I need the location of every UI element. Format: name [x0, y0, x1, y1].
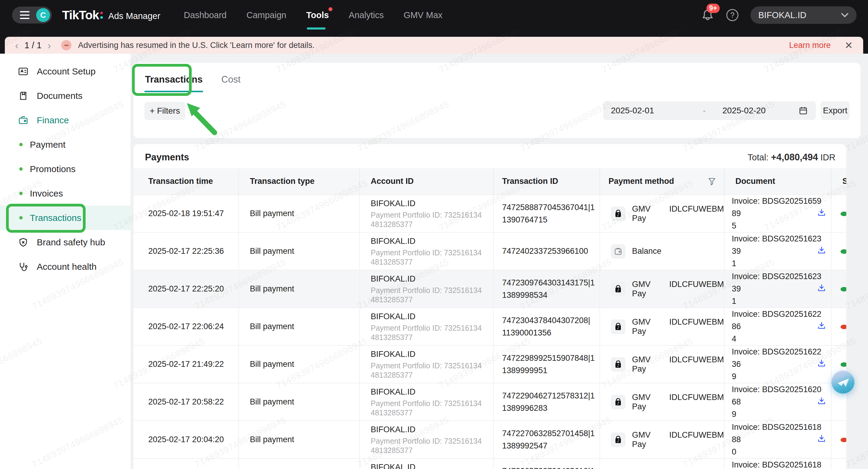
payments-card: Payments Total: +4,080,494 IDR Transacti…	[133, 144, 846, 469]
download-icon[interactable]	[817, 283, 826, 294]
tiktok-bag-icon: ♪	[611, 357, 625, 372]
filters-button[interactable]: + Filters	[144, 102, 185, 120]
table-header-row: Transaction time Transaction type Accoun…	[133, 168, 846, 195]
account-name: BIFOKAL.ID	[371, 387, 493, 397]
date-range-picker[interactable]: 2025-02-01 - 2025-02-20	[603, 101, 816, 120]
table-row[interactable]: 2025-02-17 22:25:20 Bill payment BIFOKAL…	[133, 270, 846, 308]
content-area: Account Setup Documents Finance Payment …	[0, 54, 868, 469]
total-amount: Total: +4,080,494 IDR	[748, 152, 835, 163]
payment-method-code: IDLCFUWEBM	[670, 468, 724, 469]
payment-method-code: IDLCFUWEBM	[670, 205, 724, 223]
tab-cost[interactable]: Cost	[221, 74, 241, 92]
hamburger-icon[interactable]	[20, 11, 30, 19]
assistant-floating-button[interactable]	[832, 371, 855, 394]
pager-next-icon[interactable]: ›	[48, 40, 51, 50]
sidebar-item-brand-safety-hub[interactable]: Brand safety hub	[0, 230, 130, 254]
nav-campaign[interactable]: Campaign	[247, 0, 286, 30]
sidebar-item-documents[interactable]: Documents	[0, 84, 130, 108]
cell-document: Invoice: BDSG20251620689	[724, 383, 831, 421]
cell-transaction-type: Bill payment	[239, 459, 360, 469]
cell-transaction-type: Bill payment	[239, 195, 360, 232]
table-row[interactable]: 2025-02-17 19:51:31 Bill payment BIFOKAL…	[133, 459, 846, 469]
export-button[interactable]: Export	[821, 101, 849, 120]
cell-document: Invoice: BDSG20251623391	[724, 232, 831, 270]
table-row[interactable]: 2025-02-17 20:58:22 Bill payment BIFOKAL…	[133, 383, 846, 421]
sidebar-item-finance[interactable]: Finance	[0, 108, 130, 132]
payment-method-name: GMV Pay	[632, 205, 661, 223]
tiktok-bag-icon: ♪	[611, 395, 625, 409]
menu-pill[interactable]: C	[12, 7, 52, 24]
account-name: BIFOKAL.ID	[371, 349, 493, 359]
payment-method-name: GMV Pay	[632, 430, 661, 449]
wallet-icon	[18, 115, 29, 125]
cell-payment-method: ♪ GMV Pay IDLCFUWEBM	[600, 195, 724, 232]
stethoscope-icon	[18, 262, 29, 272]
table-row[interactable]: 2025-02-17 21:49:22 Bill payment BIFOKAL…	[133, 345, 846, 383]
close-icon[interactable]: ✕	[844, 40, 853, 50]
nav-analytics[interactable]: Analytics	[349, 0, 384, 30]
invoice-number: Invoice: BDSG20251659895	[732, 195, 824, 232]
cell-account-id: BIFOKAL.ID Payment Portfolio ID: 7325161…	[360, 308, 493, 345]
cell-status	[831, 195, 846, 232]
sidebar-item-invoices[interactable]: Invoices	[0, 181, 130, 206]
table-header-bar: Payments Total: +4,080,494 IDR	[133, 144, 846, 168]
account-name: BIFOKAL.ID	[371, 236, 493, 246]
cell-transaction-id: 7472309764303143175|1 1389998534	[493, 270, 600, 308]
cell-account-id: BIFOKAL.ID Payment Portfolio ID: 7325161…	[360, 421, 493, 459]
table-row[interactable]: 2025-02-17 22:06:24 Bill payment BIFOKAL…	[133, 308, 846, 345]
table-row[interactable]: 2025-02-17 22:25:36 Bill payment BIFOKAL…	[133, 232, 846, 270]
payment-method-name: GMV Pay	[632, 355, 661, 374]
sidebar-item-payment[interactable]: Payment	[0, 132, 130, 157]
help-button[interactable]: ?	[726, 9, 738, 21]
pager-prev-icon[interactable]: ‹	[15, 40, 19, 50]
table-row[interactable]: 2025-02-18 19:51:47 Bill payment BIFOKAL…	[133, 195, 846, 232]
date-end[interactable]: 2025-02-20	[722, 106, 789, 116]
notifications-button[interactable]: 9+	[701, 8, 714, 22]
filter-funnel-icon[interactable]	[708, 177, 716, 186]
learn-more-link[interactable]: Learn more	[789, 41, 831, 50]
id-card-icon	[18, 66, 29, 76]
download-icon[interactable]	[817, 321, 826, 332]
cell-transaction-time: 2025-02-17 22:25:36	[133, 232, 239, 270]
status-dot	[841, 287, 846, 291]
table-row[interactable]: 2025-02-17 20:04:20 Bill payment BIFOKAL…	[133, 421, 846, 459]
tiktok-bag-icon: ♪	[611, 207, 625, 221]
date-start[interactable]: 2025-02-01	[611, 106, 686, 116]
nav-tools[interactable]: Tools	[306, 0, 329, 30]
tiktok-bag-icon: ♪	[611, 319, 625, 334]
cell-transaction-id: 7472298992515907848|1 1389999951	[493, 345, 600, 383]
shield-icon	[18, 237, 29, 247]
cell-transaction-id: 7472270632852701458|1 1389992547	[493, 421, 600, 459]
cell-transaction-id: 7472265723706425618|1 1389991581	[493, 459, 600, 469]
cell-document: Invoice: BDSG20251622369	[724, 345, 831, 383]
portfolio-id: Payment Portfolio ID: 732516134481328537…	[371, 361, 486, 380]
nav-dashboard[interactable]: Dashboard	[184, 0, 227, 30]
col-transaction-type: Transaction type	[239, 168, 360, 195]
download-icon[interactable]	[817, 208, 826, 219]
cell-transaction-id: 7472588877045367041|1 1390764715	[493, 195, 600, 232]
download-icon[interactable]	[817, 246, 826, 257]
download-icon[interactable]	[817, 434, 826, 445]
cell-status	[831, 459, 846, 469]
download-icon[interactable]	[817, 396, 826, 408]
question-icon: ?	[730, 11, 735, 20]
nav-gmv-max[interactable]: GMV Max	[404, 0, 442, 30]
svg-text:♪: ♪	[617, 288, 619, 292]
sidebar-item-account-health[interactable]: Account health	[0, 254, 130, 279]
cell-transaction-time: 2025-02-17 20:04:20	[133, 421, 239, 459]
account-dropdown[interactable]: BIFOKAL.ID	[750, 6, 857, 24]
main-nav: Dashboard Campaign Tools Analytics GMV M…	[184, 0, 442, 30]
avatar[interactable]: C	[36, 8, 50, 22]
account-name: BIFOKAL.ID	[371, 198, 493, 209]
toolbar-controls: 2025-02-01 - 2025-02-20 Export	[603, 101, 849, 120]
sidebar-item-promotions[interactable]: Promotions	[0, 157, 130, 181]
sidebar-item-transactions[interactable]: Transactions	[0, 206, 130, 230]
tab-transactions[interactable]: Transactions	[144, 74, 203, 92]
sidebar-item-account-setup[interactable]: Account Setup	[0, 59, 130, 84]
sidebar-item-label: Transactions	[30, 213, 82, 223]
sidebar-item-label: Invoices	[30, 188, 63, 199]
cell-transaction-time: 2025-02-17 21:49:22	[133, 345, 239, 383]
cell-status	[831, 421, 846, 459]
download-icon[interactable]	[817, 359, 826, 370]
cell-account-id: BIFOKAL.ID Payment Portfolio ID: 7325161…	[360, 270, 493, 308]
